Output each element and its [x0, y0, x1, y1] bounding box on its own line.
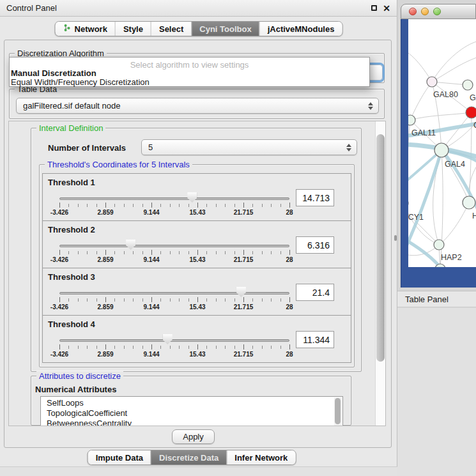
attribute-list-item[interactable]: SelfLoops [47, 398, 342, 408]
numerical-attributes-list: SelfLoopsTopologicalCoefficientBetweenne… [40, 396, 343, 426]
axis-tick-label: 28 [286, 351, 293, 358]
settings-scrollpane: Interval Definition Number of Intervals … [8, 121, 386, 426]
close-icon[interactable]: ✕ [383, 4, 390, 13]
threshold-slider-thumb[interactable] [187, 192, 197, 203]
control-panel-window: Control Panel ✕ NetworkStyleSelectCyni T… [0, 0, 397, 476]
threshold-slider-track[interactable] [59, 339, 289, 342]
algorithm-dropdown-popup: Select algorithm to view settings Manual… [9, 57, 370, 87]
attribute-list-item[interactable]: TopologicalCoefficient [47, 408, 342, 418]
axis-tick-label: -3.426 [50, 303, 68, 311]
tab-jactivemnodules[interactable]: jActiveMNodules [259, 22, 342, 36]
axis-tick-label: 21.715 [234, 351, 254, 358]
axis-tick-label: -3.426 [50, 256, 68, 263]
panel-splitter-handle[interactable] [394, 235, 397, 241]
screen: Control Panel ✕ NetworkStyleSelectCyni T… [0, 0, 476, 476]
threshold-value-input[interactable] [296, 284, 334, 301]
network-canvas[interactable]: GAL80GACGAL11GAL4GCY1HHAP2 [408, 19, 476, 267]
axis-tick-label: 15.43 [189, 256, 205, 263]
algorithm-option-manual[interactable]: Manual Discretization [11, 68, 96, 78]
attributes-group: Attributes to discretize Numerical Attri… [31, 376, 351, 426]
tab-label: Network [75, 24, 107, 34]
threshold-panel-3: Threshold 3-3.4262.8599.14415.4321.71528 [42, 268, 351, 316]
network-node-h[interactable] [463, 196, 475, 209]
network-graph: GAL80GACGAL11GAL4GCY1HHAP2 [408, 19, 476, 267]
attributes-list-scrollbar[interactable] [334, 397, 342, 426]
threshold-slider-track[interactable] [59, 292, 289, 295]
float-window-icon[interactable] [371, 5, 377, 11]
minimize-traffic-light-icon[interactable] [421, 8, 429, 15]
network-node-label: GAL4 [445, 160, 465, 169]
axis-tick-label: 15.43 [189, 351, 205, 358]
threshold-panel-4: Threshold 4-3.4262.8599.14415.4321.71528 [42, 315, 351, 363]
tab-style[interactable]: Style [115, 22, 151, 36]
attribute-list-item[interactable]: BetweennessCentrality [47, 418, 342, 426]
threshold-slider-track[interactable] [59, 197, 289, 200]
network-node-label: GCY1 [408, 213, 424, 222]
threshold-label: Threshold 3 [48, 272, 95, 282]
number-of-intervals-combobox[interactable]: 5 [141, 139, 357, 155]
vertical-scrollbar-thumb[interactable] [376, 134, 385, 362]
window-title: Control Panel [6, 3, 57, 13]
threshold-panel-1: Threshold 1-3.4262.8599.14415.4321.71528 [42, 173, 351, 221]
threshold-slider-thumb[interactable] [163, 334, 173, 344]
control-panel-titlebar: Control Panel ✕ [0, 0, 397, 17]
network-node-label: GAL80 [433, 90, 458, 99]
network-node-label: GAL11 [411, 128, 436, 137]
zoom-traffic-light-icon[interactable] [433, 8, 441, 15]
axis-tick-label: -3.426 [50, 209, 68, 216]
network-node-gal80[interactable] [427, 77, 437, 87]
threshold-label: Threshold 1 [48, 178, 95, 187]
stepper-arrows-icon [346, 144, 351, 151]
axis-tick-label: 2.859 [97, 303, 113, 311]
threshold-slider-thumb[interactable] [236, 287, 246, 297]
threshold-slider-track[interactable] [59, 245, 289, 247]
threshold-value-input[interactable] [296, 331, 334, 348]
algorithm-option-equal-width[interactable]: Equal Width/Frequency Discretization [11, 77, 150, 87]
axis-tick-label: 2.859 [97, 256, 113, 263]
axis-tick-label: 9.144 [143, 303, 159, 311]
axis-tick-label: 21.715 [234, 256, 254, 263]
vertical-scrollbar[interactable] [375, 121, 385, 426]
network-node-label: HAP2 [441, 253, 462, 262]
network-node-label: C [473, 121, 476, 130]
axis-tick-label: 9.144 [143, 351, 159, 358]
threshold-value-input[interactable] [296, 236, 334, 254]
threshold-slider-thumb[interactable] [126, 240, 135, 250]
table-panel-body: ⚙ ✓ ✓ ✓ shared...na YDL19...YDL1YDR27...… [397, 308, 476, 476]
threshold-stack: Threshold 1-3.4262.8599.14415.4321.71528… [42, 173, 351, 363]
interval-definition-label: Interval Definition [36, 123, 105, 133]
network-node-ga[interactable] [463, 80, 473, 90]
bottom-strip [0, 466, 397, 476]
table-data-combobox[interactable]: galFiltered.sif default node [16, 98, 379, 114]
tab-label: Discretize Data [159, 453, 219, 463]
thresholds-group-label: Threshold's Coordinates for 5 Intervals [45, 160, 192, 169]
tab-cyni-toolbox[interactable]: Cyni Toolbox [191, 22, 259, 36]
slider-major-ticks [59, 203, 291, 208]
network-node-c[interactable] [466, 107, 476, 118]
tab-infer-network[interactable]: Infer Network [226, 450, 295, 464]
network-node-gal4[interactable] [434, 143, 449, 157]
slider-major-ticks [59, 250, 291, 255]
threshold-value-input[interactable] [296, 189, 334, 206]
tab-label: Infer Network [234, 453, 288, 463]
network-node-gal11[interactable] [408, 115, 415, 125]
interval-definition-group: Interval Definition Number of Intervals … [31, 128, 362, 372]
apply-button[interactable]: Apply [172, 429, 215, 444]
control-panel-content: Discretization Algorithm Select algorith… [4, 40, 392, 448]
axis-tick-label: 21.715 [234, 209, 254, 216]
network-icon [63, 24, 72, 34]
table-panel-title: Table Panel [405, 295, 449, 304]
axis-tick-label: 2.859 [97, 351, 113, 358]
network-node-hap2[interactable] [434, 240, 444, 250]
tab-select[interactable]: Select [151, 22, 191, 36]
top-tab-bar: NetworkStyleSelectCyni ToolboxjActiveMNo… [55, 21, 343, 36]
tab-label: Style [123, 24, 143, 34]
threshold-label: Threshold 2 [48, 225, 95, 234]
number-of-intervals-value: 5 [148, 142, 153, 152]
tab-impute-data[interactable]: Impute Data [88, 450, 151, 464]
axis-tick-label: 28 [286, 209, 293, 216]
tab-discretize-data[interactable]: Discretize Data [151, 450, 226, 464]
network-view-frame: GAL80GACGAL11GAL4GCY1HHAP2 [401, 19, 476, 288]
tab-network[interactable]: Network [56, 22, 115, 36]
close-traffic-light-icon[interactable] [409, 8, 417, 15]
